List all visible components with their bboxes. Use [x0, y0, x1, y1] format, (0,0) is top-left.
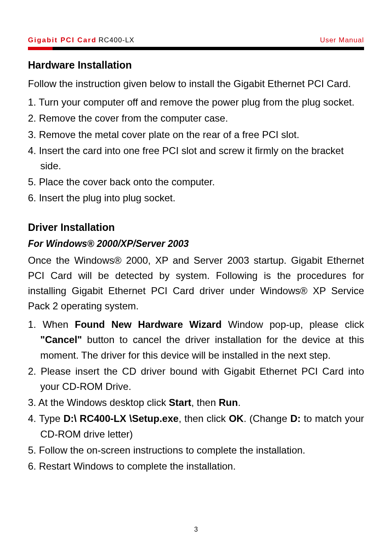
list-number: 2.: [28, 113, 36, 124]
list-number: 5.: [28, 176, 36, 187]
list-text: Remove the metal cover plate on the rear…: [39, 129, 300, 140]
list-text: Insert the plug into plug socket.: [39, 192, 175, 203]
list-text: Type D:\ RC400-LX \Setup.exe, then click…: [39, 413, 364, 439]
header-separator: [28, 47, 364, 50]
text-fragment: button to cancel the driver installation…: [40, 334, 364, 360]
driver-steps-list: 1. When Found New Hardware Wizard Window…: [28, 317, 364, 474]
separator-accent: [28, 47, 53, 50]
text-fragment: When: [43, 319, 75, 330]
list-item: 3. Remove the metal cover plate on the r…: [28, 127, 364, 142]
list-number: 3.: [28, 129, 36, 140]
section2-heading: Driver Installation: [28, 221, 364, 233]
text-fragment: At the Windows desktop click: [38, 397, 168, 408]
page-header: Gigabit PCI Card RC400-LX User Manual: [28, 36, 364, 44]
list-number: 1.: [28, 97, 36, 108]
list-text: Please insert the CD driver bound with G…: [40, 366, 364, 392]
doc-type-label: User Manual: [320, 36, 364, 44]
header-left: Gigabit PCI Card RC400-LX: [28, 36, 134, 44]
list-number: 3.: [28, 397, 36, 408]
list-text: Insert the card into one free PCI slot a…: [39, 145, 344, 171]
bold-text: Run: [219, 397, 238, 408]
bold-text: Found New Hardware Wizard: [75, 319, 221, 330]
list-item: 5. Follow the on-screen instructions to …: [28, 442, 364, 458]
section2-intro: Once the Windows® 2000, XP and Server 20…: [28, 253, 364, 314]
list-text: Turn your computer off and remove the po…: [39, 97, 354, 108]
section2: Driver Installation For Windows® 2000/XP…: [28, 221, 364, 474]
separator-main: [53, 47, 364, 50]
list-item: 5. Place the cover back onto the compute…: [28, 174, 364, 189]
text-fragment: , then: [191, 397, 219, 408]
bold-text: D:\ RC400-LX \Setup.exe: [63, 413, 178, 424]
list-text: Remove the cover from the computer case.: [39, 113, 228, 124]
list-text: At the Windows desktop click Start, then…: [38, 397, 240, 408]
list-text: Place the cover back onto the computer.: [39, 176, 215, 187]
text-fragment: . (Change: [244, 413, 291, 424]
list-item: 1. Turn your computer off and remove the…: [28, 94, 364, 110]
page-number: 3: [0, 526, 392, 533]
text-fragment: Type: [39, 413, 63, 424]
list-number: 6.: [28, 461, 36, 472]
bold-text: "Cancel": [40, 334, 82, 345]
bold-text: D:: [290, 413, 300, 424]
text-fragment: Window pop-up, please click: [221, 319, 364, 330]
list-item: 6. Restart Windows to complete the insta…: [28, 459, 364, 474]
list-item: 4. Insert the card into one free PCI slo…: [28, 143, 364, 173]
bold-text: Start: [169, 397, 191, 408]
product-name: Gigabit PCI Card: [28, 36, 97, 44]
list-number: 6.: [28, 192, 36, 203]
list-item: 4. Type D:\ RC400-LX \Setup.exe, then cl…: [28, 411, 364, 441]
bold-text: OK: [229, 413, 244, 424]
list-item: 2. Remove the cover from the computer ca…: [28, 111, 364, 126]
list-number: 1.: [28, 319, 36, 330]
list-number: 2.: [28, 366, 36, 377]
product-model: RC400-LX: [99, 36, 134, 44]
section1-intro: Follow the instruction given below to in…: [28, 76, 364, 91]
list-item: 3. At the Windows desktop click Start, t…: [28, 395, 364, 410]
section1-heading: Hardware Installation: [28, 59, 364, 71]
list-text: Restart Windows to complete the installa…: [39, 461, 236, 472]
hardware-steps-list: 1. Turn your computer off and remove the…: [28, 94, 364, 205]
text-fragment: , then click: [179, 413, 229, 424]
text-fragment: .: [238, 397, 241, 408]
list-number: 5.: [28, 445, 36, 456]
list-item: 2. Please insert the CD driver bound wit…: [28, 364, 364, 394]
list-text: Follow the on-screen instructions to com…: [39, 445, 305, 456]
list-number: 4.: [28, 413, 36, 424]
list-item: 1. When Found New Hardware Wizard Window…: [28, 317, 364, 363]
list-item: 6. Insert the plug into plug socket.: [28, 190, 364, 205]
list-text: When Found New Hardware Wizard Window po…: [40, 319, 364, 360]
section2-subheading: For Windows® 2000/XP/Server 2003: [28, 238, 364, 249]
list-number: 4.: [28, 145, 36, 156]
